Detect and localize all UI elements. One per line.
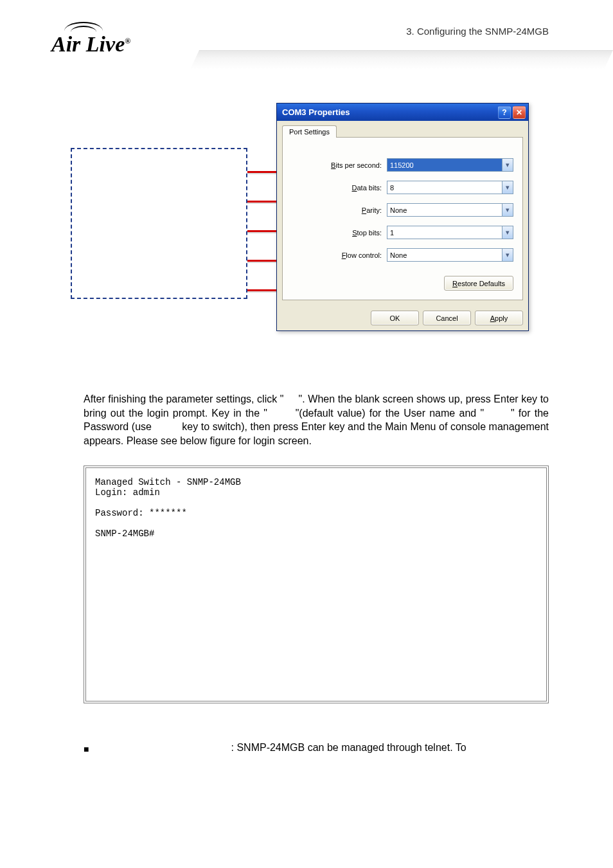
select-data-bits[interactable]: 8 ▾ (387, 181, 513, 194)
tab-port-settings[interactable]: Port Settings (282, 125, 337, 138)
select-value: None (390, 206, 407, 214)
chevron-down-icon[interactable]: ▾ (502, 181, 513, 194)
select-value: 1 (390, 229, 394, 237)
select-stop-bits[interactable]: 1 ▾ (387, 226, 513, 239)
terminal-text: Managed Switch - SNMP-24MGB Login: admin… (95, 477, 537, 539)
dialog-title: COM3 Properties (282, 107, 350, 117)
bullet-text: : SNMP-24MGB can be managed through teln… (231, 742, 549, 754)
restore-defaults-button[interactable]: Restore Defaults (444, 276, 513, 291)
callout-box (71, 148, 247, 299)
select-value: None (390, 251, 407, 259)
chevron-down-icon[interactable]: ▾ (502, 159, 513, 171)
instruction-paragraph: After finishing the parameter settings, … (84, 392, 549, 448)
terminal-screenshot: Managed Switch - SNMP-24MGB Login: admin… (84, 466, 549, 703)
close-button[interactable]: ✕ (513, 106, 526, 119)
bullet-telnet: ■ Telnet Management (CLI) : SNMP-24MGB c… (84, 742, 549, 756)
label-bits-per-second: Bits per second: (292, 161, 382, 169)
label-flow-control: Flow control: (292, 251, 382, 259)
chapter-heading: 3. Configuring the SNMP-24MGB (406, 26, 549, 37)
cancel-button[interactable]: Cancel (423, 311, 471, 325)
label-parity: Parity: (292, 206, 382, 214)
ok-button[interactable]: OK (371, 311, 419, 325)
titlebar: COM3 Properties ? ✕ (277, 104, 528, 121)
label-stop-bits: Stop bits: (292, 229, 382, 237)
bullet-square-icon: ■ (84, 742, 89, 756)
com-properties-dialog: COM3 Properties ? ✕ Port Settings Bits p… (276, 103, 529, 331)
select-parity[interactable]: None ▾ (387, 203, 513, 217)
chevron-down-icon[interactable]: ▾ (502, 249, 513, 261)
header-divider (190, 50, 613, 69)
select-flow-control[interactable]: None ▾ (387, 248, 513, 262)
chevron-down-icon[interactable]: ▾ (502, 226, 513, 239)
select-value: 115200 (390, 161, 414, 169)
brand-logo: Air Live® (51, 32, 130, 57)
label-data-bits: Data bits: (292, 184, 382, 192)
select-bits-per-second[interactable]: 115200 ▾ (387, 158, 513, 172)
select-value: 8 (390, 184, 394, 192)
apply-button[interactable]: Apply (475, 311, 523, 325)
help-button[interactable]: ? (498, 106, 511, 119)
tab-panel: Bits per second: 115200 ▾ Data bits: 8 ▾… (282, 137, 523, 300)
chevron-down-icon[interactable]: ▾ (502, 204, 513, 216)
bullet-title: Telnet Management (CLI) (99, 742, 220, 754)
